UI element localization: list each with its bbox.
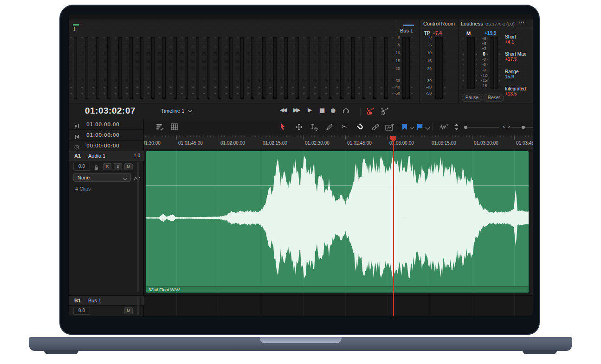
fast-forward-button[interactable]: ▶▶ — [293, 107, 299, 113]
meter-channel — [251, 37, 254, 99]
reset-button[interactable]: Reset — [484, 94, 504, 102]
flag-icon[interactable] — [417, 123, 423, 132]
meter-scale-tick — [270, 37, 271, 38]
track-pan-value[interactable]: 1.0 — [134, 153, 140, 158]
ruler-minor-tick — [284, 135, 284, 137]
loudness-standard-label: BS.1770-1 (LU) — [485, 22, 515, 26]
effects-selector[interactable]: None — [73, 173, 131, 182]
meter-scale-tick — [325, 81, 327, 81]
stop-button[interactable]: ■ — [319, 107, 325, 114]
scale-label: 0 — [390, 35, 400, 39]
meter-scale-tick — [70, 61, 72, 61]
meter-scale-tick — [499, 49, 500, 49]
ruler-minor-tick — [421, 135, 422, 137]
timeline-selector-label: Timeline 1 — [161, 108, 184, 114]
bus-header[interactable]: B1 Bus 1 — [69, 295, 144, 306]
meter-scale-tick — [247, 45, 249, 45]
loop-button[interactable] — [342, 107, 350, 117]
marker-icon[interactable] — [402, 123, 407, 132]
meter-channel — [318, 37, 321, 99]
timeline-ruler[interactable]: 01:01:30:0001:01:45:0001:02:00:0001:02:1… — [144, 135, 533, 149]
loudness-stat-value: +4.1 — [505, 39, 516, 45]
meter-scale-tick — [292, 61, 294, 61]
meter-scale-tick — [487, 38, 488, 39]
ruler-minor-tick — [306, 135, 306, 137]
duration-timecode[interactable]: 00:00:00:00 — [86, 143, 120, 149]
slider-handle[interactable] — [464, 126, 467, 129]
scale-label: +3 — [477, 46, 491, 51]
slider-handle[interactable] — [522, 126, 525, 129]
meter-scale-tick — [214, 87, 216, 88]
scale-label: -30 — [390, 78, 400, 83]
ruler-minor-tick — [205, 135, 205, 137]
ruler-minor-tick — [185, 135, 185, 137]
track-fader-value[interactable]: 0.0 — [73, 163, 90, 171]
waveform-zoom-icon[interactable] — [440, 123, 449, 133]
track-index-icon[interactable] — [171, 123, 178, 132]
bus-name[interactable]: Bus 1 — [88, 298, 101, 303]
bus-mute-button[interactable]: M — [124, 307, 133, 314]
vertical-zoom-icon[interactable] — [454, 123, 459, 133]
ruler-minor-tick — [379, 135, 380, 137]
audio-clip[interactable]: 32bit Float.WAV — [146, 151, 529, 293]
link-tool-icon[interactable] — [371, 123, 380, 133]
chevron-down-icon[interactable] — [426, 125, 430, 130]
pause-button[interactable]: Pause — [462, 94, 482, 102]
meter-scale-tick — [115, 93, 116, 94]
clip-view-icon[interactable] — [385, 123, 394, 133]
pencil-tool-icon[interactable] — [326, 123, 333, 133]
loudness-title[interactable]: Loudness — [461, 21, 483, 26]
meter-channel — [296, 37, 299, 99]
solo-button[interactable]: S — [114, 163, 122, 170]
loudness-menu-icon[interactable]: ••• — [518, 20, 525, 25]
lock-icon[interactable] — [94, 164, 99, 172]
laptop-foot-left — [44, 350, 78, 354]
meter-scale-tick — [115, 81, 116, 81]
meter-scale-tick — [336, 37, 338, 38]
out-point-timecode[interactable]: 01:00:00:00 — [86, 132, 120, 138]
track-list-panel: 01:00:00:00 01:00:00:00 00:00:00:00 A1 A… — [69, 119, 144, 316]
ruler-minor-tick — [517, 135, 517, 137]
razor-tool-icon[interactable]: ✂ — [342, 123, 347, 130]
ruler-minor-tick — [509, 135, 509, 137]
snap-magnet-icon[interactable] — [357, 123, 365, 133]
chevron-down-icon[interactable] — [410, 125, 414, 130]
play-button[interactable]: ▶ — [308, 107, 312, 113]
ruler-minor-tick — [407, 135, 408, 137]
track-name[interactable]: Audio 1 — [88, 153, 105, 159]
meter-scale-tick — [325, 61, 327, 61]
rewind-button[interactable]: ◀◀ — [280, 107, 285, 113]
horizontal-zoom-icon: < > — [503, 124, 511, 129]
ruler-minor-tick — [334, 135, 335, 137]
vertical-zoom-slider[interactable] — [464, 127, 499, 128]
control-room-title[interactable]: Control Room — [420, 21, 459, 26]
automation-toggle-icon[interactable] — [366, 107, 375, 117]
meter-scale-tick — [487, 59, 488, 60]
mute-button[interactable]: M — [124, 163, 133, 170]
playhead-line[interactable] — [393, 136, 394, 316]
in-point-timecode[interactable]: 01:00:00:00 — [86, 121, 120, 128]
record-arm-button[interactable]: R — [103, 163, 111, 170]
horizontal-zoom-slider[interactable] — [511, 127, 533, 128]
bus-fader-value[interactable]: 0.0 — [73, 307, 90, 315]
timeline-selector[interactable]: Timeline 1 — [161, 108, 192, 114]
meter-scale-tick — [258, 45, 260, 45]
trim-tool-icon[interactable] — [295, 123, 303, 133]
meter-scale-tick — [314, 93, 316, 94]
range-selection-tool-icon[interactable] — [310, 123, 318, 133]
record-button[interactable]: ● — [330, 107, 336, 114]
meter-scale-tick — [463, 70, 464, 70]
scale-label: -30 — [421, 78, 432, 83]
timecode-display[interactable]: 01:03:02:07 — [85, 106, 136, 116]
ruler-minor-tick — [266, 135, 267, 137]
volume-automation-line[interactable] — [146, 185, 529, 186]
ruler-minor-tick — [171, 135, 171, 137]
meter-scale-tick — [192, 37, 194, 38]
track-header[interactable]: A1 Audio 1 1.0 — [69, 151, 144, 161]
laptop-foot-right — [523, 350, 557, 354]
pointer-tool-icon[interactable] — [279, 122, 286, 133]
automation-settings-icon[interactable] — [380, 107, 389, 117]
chevron-down-icon — [188, 108, 193, 113]
meter-scale-tick — [247, 37, 249, 38]
timeline-view-options-icon[interactable] — [156, 123, 164, 133]
